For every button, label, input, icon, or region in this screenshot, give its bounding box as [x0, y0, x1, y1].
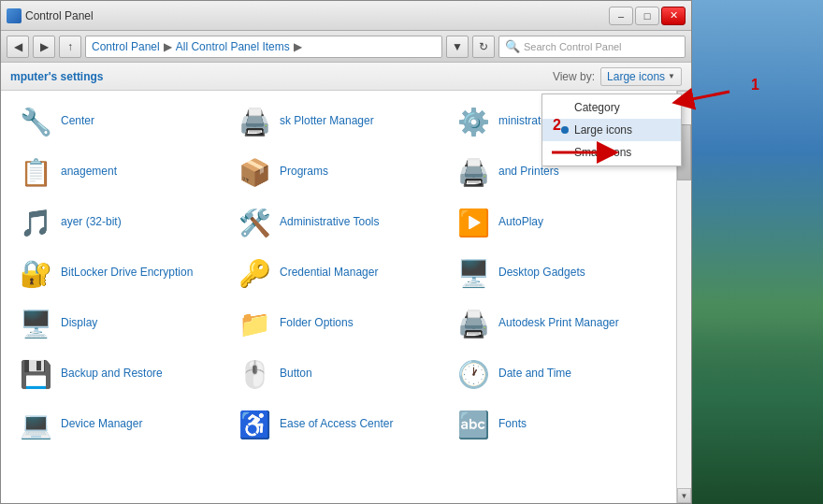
button-icon: 🖱️: [237, 356, 272, 392]
list-item[interactable]: 🖥️ Display: [10, 300, 229, 347]
list-item[interactable]: 🖨️ sk Plotter Manager: [229, 98, 448, 145]
annotation-number-2: 2: [553, 117, 561, 134]
list-item[interactable]: 🔤 Fonts: [448, 401, 667, 448]
category-label: Category: [574, 101, 620, 114]
toolbar: mputer's settings View by: Large icons ▼…: [1, 63, 691, 91]
item-label: ayer (32-bit): [61, 215, 122, 230]
search-placeholder: Search Control Panel: [524, 41, 622, 52]
list-item[interactable]: 🛠️ Administrative Tools: [229, 199, 448, 246]
display-label: Display: [61, 316, 97, 331]
date-time-label: Date and Time: [498, 367, 571, 382]
credential-manager-icon: 🔑: [237, 255, 272, 291]
administrative-tools-icon: 🛠️: [237, 205, 272, 240]
radio-empty-icon-2: [561, 149, 569, 156]
back-button[interactable]: ◀: [7, 36, 29, 58]
close-button[interactable]: ✕: [661, 7, 686, 25]
item-icon: 🖨️: [455, 154, 491, 190]
dropdown-caret-icon: ▼: [668, 72, 675, 80]
item-icon: 🎵: [18, 205, 53, 240]
list-item[interactable]: 📋 anagement: [10, 149, 229, 195]
item-icon: 🔧: [18, 104, 53, 139]
view-option-large-icons[interactable]: Large icons: [542, 119, 681, 141]
backup-icon: 💾: [18, 356, 53, 392]
device-manager-label: Device Manager: [61, 417, 142, 432]
autodesk-label: Autodesk Print Manager: [498, 316, 619, 331]
credential-manager-label: Credential Manager: [280, 266, 378, 281]
list-item[interactable]: 🖱️ Button: [229, 351, 448, 397]
breadcrumb: Control Panel ▶ All Control Panel Items …: [85, 36, 442, 58]
breadcrumb-control-panel[interactable]: Control Panel: [92, 40, 160, 53]
up-button[interactable]: ↑: [59, 36, 81, 58]
list-item[interactable]: 🖥️ Desktop Gadgets: [448, 250, 667, 296]
ease-of-access-icon: ♿: [237, 407, 272, 442]
maximize-button[interactable]: □: [635, 7, 659, 25]
refresh-button[interactable]: ↻: [472, 36, 495, 58]
autodesk-icon: 🖨️: [455, 306, 491, 341]
list-item[interactable]: 💻 Device Manager: [10, 401, 229, 448]
backup-label: Backup and Restore: [61, 367, 163, 382]
viewby-label: View by:: [553, 70, 595, 83]
forward-button[interactable]: ▶: [33, 36, 55, 58]
current-view-label: Large icons: [607, 70, 665, 83]
list-item[interactable]: 📁 Folder Options: [229, 300, 448, 347]
item-label: and Printers: [498, 165, 559, 180]
title-bar: Control Panel – □ ✕: [1, 1, 691, 31]
viewby-dropdown-menu: Category Large icons Small icons: [541, 94, 682, 166]
list-item[interactable]: 💾 Backup and Restore: [10, 351, 229, 397]
display-icon: 🖥️: [18, 306, 53, 341]
item-label: Center: [61, 114, 94, 129]
item-icon: 📋: [18, 154, 53, 190]
button-label: Button: [280, 367, 312, 382]
annotation-number-1: 1: [751, 77, 759, 94]
breadcrumb-separator-2: ▶: [294, 40, 302, 53]
list-item[interactable]: 🖨️ Autodesk Print Manager: [448, 300, 667, 347]
title-bar-controls: – □ ✕: [609, 7, 686, 25]
viewby-area: View by: Large icons ▼ Category Large ic…: [553, 67, 682, 86]
bitlocker-label: BitLocker Drive Encryption: [61, 266, 193, 281]
window-icon: [7, 8, 22, 23]
radio-empty-icon: [561, 104, 569, 111]
search-box[interactable]: 🔍 Search Control Panel: [498, 36, 686, 58]
autoplay-icon: ▶️: [455, 205, 491, 240]
item-label: Programs: [280, 165, 328, 180]
item-icon: 🖨️: [237, 104, 272, 139]
list-item[interactable]: 🔐 BitLocker Drive Encryption: [10, 250, 229, 296]
administrative-tools-label: Administrative Tools: [280, 215, 380, 230]
address-bar: ◀ ▶ ↑ Control Panel ▶ All Control Panel …: [1, 31, 691, 63]
large-icons-label: Large icons: [574, 123, 632, 137]
list-item[interactable]: 🎵 ayer (32-bit): [10, 199, 229, 246]
view-option-category[interactable]: Category: [542, 96, 681, 119]
desktop-gadgets-label: Desktop Gadgets: [498, 266, 585, 281]
scroll-down-button[interactable]: ▼: [677, 488, 691, 503]
view-option-small-icons[interactable]: Small icons: [542, 141, 681, 164]
fonts-label: Fonts: [498, 417, 527, 432]
item-icon: ⚙️: [455, 104, 491, 139]
toolbar-title: mputer's settings: [10, 70, 104, 83]
folder-options-label: Folder Options: [280, 316, 354, 331]
list-item[interactable]: 🔑 Credential Manager: [229, 250, 448, 296]
list-item[interactable]: ♿ Ease of Access Center: [229, 401, 448, 448]
date-time-icon: 🕐: [455, 356, 491, 392]
fonts-icon: 🔤: [455, 407, 491, 442]
autoplay-label: AutoPlay: [498, 215, 543, 230]
list-item[interactable]: ▶️ AutoPlay: [448, 199, 667, 246]
search-icon: 🔍: [505, 39, 520, 53]
list-item[interactable]: 📦 Programs: [229, 149, 448, 195]
breadcrumb-separator-1: ▶: [164, 40, 172, 53]
list-item[interactable]: 🔧 Center: [10, 98, 229, 145]
viewby-dropdown-button[interactable]: Large icons ▼: [600, 67, 682, 86]
desktop-gadgets-icon: 🖥️: [455, 255, 491, 291]
window-title: Control Panel: [25, 9, 94, 22]
bitlocker-icon: 🔐: [18, 255, 53, 291]
radio-selected-icon: [561, 126, 569, 134]
control-panel-window: Control Panel – □ ✕ ◀ ▶ ↑ Control Panel …: [0, 0, 692, 504]
folder-options-icon: 📁: [237, 306, 272, 341]
breadcrumb-all-items[interactable]: All Control Panel Items: [176, 40, 290, 53]
item-icon: 📦: [237, 154, 272, 190]
list-item[interactable]: 🕐 Date and Time: [448, 351, 667, 397]
minimize-button[interactable]: –: [609, 7, 633, 25]
item-label: anagement: [61, 165, 117, 180]
device-manager-icon: 💻: [18, 407, 53, 442]
item-label: sk Plotter Manager: [280, 114, 374, 129]
breadcrumb-dropdown-button[interactable]: ▼: [446, 36, 469, 58]
